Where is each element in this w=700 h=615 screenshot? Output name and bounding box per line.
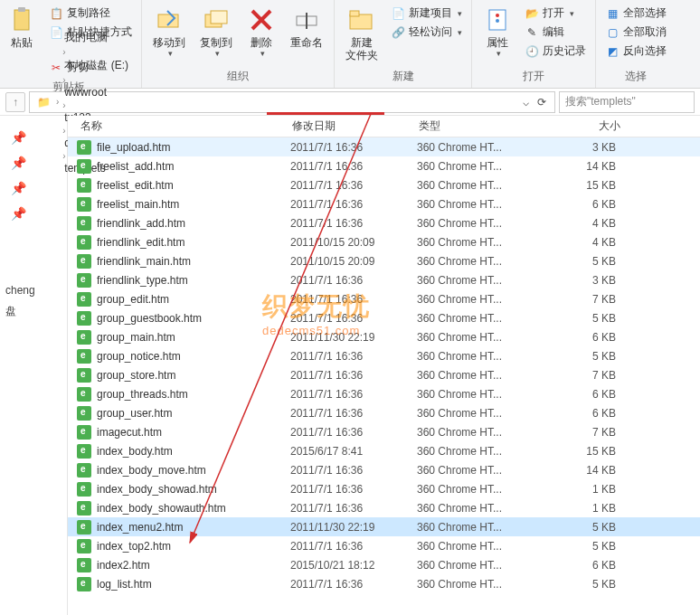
file-icon (77, 463, 91, 478)
file-row[interactable]: freelist_main.htm2011/7/1 16:36360 Chrom… (68, 194, 700, 213)
file-row[interactable]: group_threads.htm2011/7/1 16:36360 Chrom… (68, 384, 700, 403)
file-type: 360 Chrome HT... (417, 179, 553, 192)
file-type: 360 Chrome HT... (417, 312, 553, 325)
file-name: index2.htm (97, 559, 290, 572)
paste-button[interactable]: 粘贴 (2, 4, 42, 51)
pin-icon[interactable]: 📌 (0, 150, 67, 175)
file-size: 6 KB (553, 559, 625, 572)
file-name: freelist_main.htm (97, 198, 290, 211)
column-date[interactable]: 修改日期 (285, 118, 411, 134)
file-size: 7 KB (553, 426, 625, 439)
file-date: 2011/7/1 16:36 (290, 502, 417, 515)
tree-item[interactable]: 盘 (0, 300, 67, 323)
file-row[interactable]: group_edit.htm2011/7/1 16:36360 Chrome H… (68, 289, 700, 308)
file-size: 5 KB (553, 540, 625, 553)
file-date: 2011/10/15 20:09 (290, 255, 417, 268)
select-none-icon: ▢ (605, 25, 620, 40)
refresh-icon[interactable]: ⟳ (534, 95, 549, 109)
file-row[interactable]: index2.htm2015/10/21 18:12360 Chrome HT.… (68, 555, 700, 574)
column-header[interactable]: 名称 修改日期 类型 大小 (68, 116, 700, 137)
file-size: 5 KB (553, 578, 625, 591)
file-type: 360 Chrome HT... (417, 160, 553, 173)
file-row[interactable]: friendlink_edit.htm2011/10/15 20:09360 C… (68, 232, 700, 251)
up-button[interactable]: ↑ (5, 92, 25, 112)
history-button[interactable]: 🕘历史记录 (521, 42, 590, 61)
new-item-button[interactable]: 📄新建项目▾ (387, 4, 466, 23)
column-name[interactable]: 名称 (68, 118, 285, 134)
easy-access-button[interactable]: 🔗轻松访问▾ (387, 23, 466, 42)
breadcrumb-segment[interactable]: 本地磁盘 (E:) (61, 58, 132, 73)
column-size[interactable]: 大小 (547, 118, 629, 134)
file-name: group_notice.htm (97, 350, 290, 363)
group-label-new: 新建 (340, 66, 466, 88)
file-name: group_guestbook.htm (97, 312, 290, 325)
file-name: file_upload.htm (97, 141, 290, 154)
file-row[interactable]: group_notice.htm2011/7/1 16:36360 Chrome… (68, 346, 700, 365)
file-size: 1 KB (553, 502, 625, 515)
file-row[interactable]: group_user.htm2011/7/1 16:36360 Chrome H… (68, 403, 700, 422)
new-folder-icon (347, 5, 376, 34)
open-button[interactable]: 📂打开▾ (521, 4, 590, 23)
file-row[interactable]: friendlink_add.htm2011/7/1 16:36360 Chro… (68, 213, 700, 232)
file-date: 2011/7/1 16:36 (290, 293, 417, 306)
file-row[interactable]: group_store.htm2011/7/1 16:36360 Chrome … (68, 365, 700, 384)
file-date: 2011/7/1 16:36 (290, 464, 417, 477)
easy-access-icon: 🔗 (391, 25, 405, 40)
chevron-right-icon: › (61, 47, 67, 57)
navigation-pane[interactable]: 📌 📌 📌 📌 cheng 盘 (0, 116, 68, 615)
file-row[interactable]: index_body_showauth.htm2011/7/1 16:36360… (68, 498, 700, 517)
pin-icon[interactable]: 📌 (0, 125, 67, 150)
search-input[interactable]: 搜索"templets" (559, 91, 695, 113)
file-name: index_body_showad.htm (97, 483, 290, 496)
file-row[interactable]: log_list.htm2011/7/1 16:36360 Chrome HT.… (68, 574, 700, 593)
file-row[interactable]: group_main.htm2011/11/30 22:19360 Chrome… (68, 327, 700, 346)
file-row[interactable]: friendlink_type.htm2011/7/1 16:36360 Chr… (68, 270, 700, 289)
file-icon (77, 387, 91, 402)
file-icon (77, 406, 91, 421)
column-type[interactable]: 类型 (411, 118, 547, 134)
file-row[interactable]: freelist_add.htm2011/7/1 16:36360 Chrome… (68, 156, 700, 175)
file-icon (77, 577, 91, 591)
pin-icon[interactable]: 📌 (0, 201, 67, 226)
chevron-right-icon: › (61, 75, 67, 85)
delete-button[interactable]: 删除▾ (241, 4, 281, 60)
edit-button[interactable]: ✎编辑 (521, 23, 590, 42)
rename-button[interactable]: 重命名 (285, 4, 328, 51)
file-type: 360 Chrome HT... (417, 521, 553, 534)
new-folder-button[interactable]: 新建 文件夹 (340, 4, 383, 63)
copy-path-button[interactable]: 📋复制路径 (45, 4, 136, 23)
file-row[interactable]: index_top2.htm2011/7/1 16:36360 Chrome H… (68, 536, 700, 555)
file-date: 2011/7/1 16:36 (290, 217, 417, 230)
file-row[interactable]: index_body.htm2015/6/17 8:41360 Chrome H… (68, 441, 700, 460)
file-type: 360 Chrome HT... (417, 274, 553, 287)
folder-icon: 📁 (33, 96, 54, 109)
file-row[interactable]: file_upload.htm2011/7/1 16:36360 Chrome … (68, 137, 700, 156)
file-icon (77, 501, 91, 516)
invert-selection-button[interactable]: ◩反向选择 (601, 42, 670, 61)
file-row[interactable]: freelist_edit.htm2011/7/1 16:36360 Chrom… (68, 175, 700, 194)
file-row[interactable]: index_body_move.htm2011/7/1 16:36360 Chr… (68, 460, 700, 479)
pin-icon[interactable]: 📌 (0, 175, 67, 201)
breadcrumb[interactable]: 📁 › 我的电脑›本地磁盘 (E:)›wwwroot›tx123›dede›te… (29, 91, 555, 113)
file-row[interactable]: group_guestbook.htm2011/7/1 16:36360 Chr… (68, 308, 700, 327)
file-size: 5 KB (553, 255, 625, 268)
file-icon (77, 425, 91, 440)
select-none-button[interactable]: ▢全部取消 (601, 23, 670, 42)
file-row[interactable]: friendlink_main.htm2011/10/15 20:09360 C… (68, 251, 700, 270)
tree-item[interactable]: cheng (0, 280, 67, 300)
file-size: 4 KB (553, 236, 625, 249)
copy-to-button[interactable]: 复制到▾ (194, 4, 238, 60)
breadcrumb-segment[interactable]: wwwroot (61, 86, 132, 99)
file-row[interactable]: index_menu2.htm2011/11/30 22:19360 Chrom… (68, 517, 700, 536)
ribbon-group-organize: 移动到▾ 复制到▾ 删除▾ 重命名 组织 (142, 0, 335, 88)
file-date: 2011/7/1 16:36 (290, 483, 417, 496)
move-to-button[interactable]: 移动到▾ (147, 4, 191, 60)
file-row[interactable]: index_body_showad.htm2011/7/1 16:36360 C… (68, 479, 700, 498)
file-name: group_main.htm (97, 331, 290, 344)
properties-button[interactable]: 属性▾ (478, 4, 517, 60)
file-type: 360 Chrome HT... (417, 350, 553, 363)
breadcrumb-segment[interactable]: 我的电脑 (61, 30, 132, 45)
select-all-button[interactable]: ▦全部选择 (601, 4, 670, 23)
dropdown-icon[interactable]: ⌵ (518, 95, 533, 109)
file-row[interactable]: imagecut.htm2011/7/1 16:36360 Chrome HT.… (68, 422, 700, 441)
